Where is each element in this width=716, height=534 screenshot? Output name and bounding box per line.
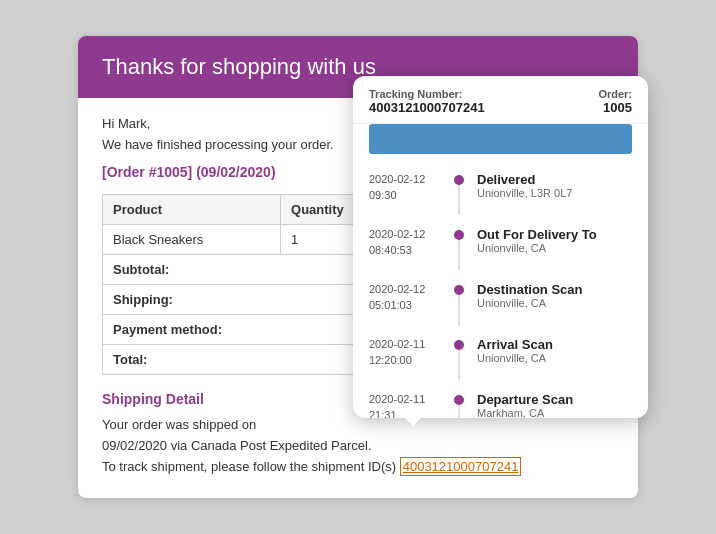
tracking-item-info: DeliveredUnionville, L3R 0L7 [469, 172, 632, 199]
tracking-item: 2020-02-11 12:20:00Arrival ScanUnionvill… [353, 331, 648, 386]
shipping-line3: To track shipment, please follow the shi… [102, 459, 396, 474]
tracking-item-status: Delivered [477, 172, 632, 187]
tracking-line [458, 240, 460, 270]
tracking-item-location: Unionville, L3R 0L7 [477, 187, 632, 199]
tracking-dot-col [449, 172, 469, 215]
col-product: Product [103, 195, 281, 225]
tracking-item: 2020-02-12 05:01:03Destination ScanUnion… [353, 276, 648, 331]
tooltip-header: Tracking Number: 4003121000707241 Order:… [353, 76, 648, 124]
tracking-item-status: Destination Scan [477, 282, 632, 297]
shipping-line2: 09/02/2020 via Canada Post Expedited Par… [102, 438, 372, 453]
tracking-tooltip: Tracking Number: 4003121000707241 Order:… [353, 76, 648, 418]
tracking-item-datetime: 2020-02-12 09:30 [369, 172, 449, 203]
tracking-line [458, 295, 460, 325]
order-card: Thanks for shopping with us Hi Mark, We … [78, 36, 638, 497]
tracking-item: 2020-02-12 08:40:53Out For Delivery ToUn… [353, 221, 648, 276]
tracking-line [458, 350, 460, 380]
tracking-id-link[interactable]: 4003121000707241 [400, 457, 522, 476]
tracking-item-datetime: 2020-02-12 05:01:03 [369, 282, 449, 313]
blue-bar-top [369, 124, 632, 154]
tracking-item-datetime: 2020-02-11 12:20:00 [369, 337, 449, 368]
tracking-dot [454, 395, 464, 405]
tracking-dot-col [449, 392, 469, 418]
tracking-dot-col [449, 282, 469, 325]
tracking-dot [454, 230, 464, 240]
shipping-text: Your order was shipped on 09/02/2020 via… [102, 415, 614, 477]
tracking-number-label: Tracking Number: [369, 88, 485, 100]
tracking-item-location: Markham, CA [477, 407, 632, 418]
tracking-line [458, 185, 460, 215]
tracking-item-info: Destination ScanUnionville, CA [469, 282, 632, 309]
tracking-item-info: Departure ScanMarkham, CA [469, 392, 632, 418]
tracking-item-datetime: 2020-02-12 08:40:53 [369, 227, 449, 258]
tracking-dot [454, 175, 464, 185]
tracking-number-section: Tracking Number: 4003121000707241 [369, 88, 485, 115]
tracking-item: 2020-02-12 09:30DeliveredUnionville, L3R… [353, 166, 648, 221]
tracking-events-list: 2020-02-12 09:30DeliveredUnionville, L3R… [353, 158, 648, 418]
tracking-dot-col [449, 227, 469, 270]
tracking-item-status: Arrival Scan [477, 337, 632, 352]
order-number-section: Order: 1005 [598, 88, 632, 115]
tracking-item-info: Arrival ScanUnionville, CA [469, 337, 632, 364]
tracking-item-location: Unionville, CA [477, 297, 632, 309]
product-name: Black Sneakers [103, 225, 281, 255]
tracking-line [458, 405, 460, 418]
order-number-label: Order: [598, 88, 632, 100]
shipping-line1: Your order was shipped on [102, 417, 256, 432]
tracking-dot-col [449, 337, 469, 380]
tracking-item-location: Unionville, CA [477, 352, 632, 364]
tracking-dot [454, 285, 464, 295]
tracking-item-info: Out For Delivery ToUnionville, CA [469, 227, 632, 254]
tracking-item-location: Unionville, CA [477, 242, 632, 254]
tracking-item-datetime: 2020-02-11 21:31 [369, 392, 449, 418]
tracking-item: 2020-02-11 21:31Departure ScanMarkham, C… [353, 386, 648, 418]
tracking-dot [454, 340, 464, 350]
tracking-number-value: 4003121000707241 [369, 100, 485, 115]
tracking-item-status: Out For Delivery To [477, 227, 632, 242]
order-number-value: 1005 [598, 100, 632, 115]
tracking-item-status: Departure Scan [477, 392, 632, 407]
